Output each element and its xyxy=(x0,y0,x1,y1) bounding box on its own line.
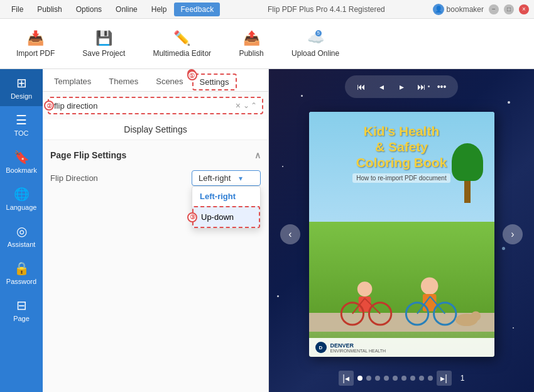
search-up-arrow[interactable]: ⌃ xyxy=(251,101,257,110)
toolbar: 📥 Import PDF 💾 Save Project ✏️ Multimedi… xyxy=(0,19,534,69)
user-name: bookmaker xyxy=(447,5,484,14)
minimize-button[interactable]: − xyxy=(489,4,499,14)
menu-options[interactable]: Options xyxy=(70,3,108,16)
sidebar-label-toc: TOC xyxy=(14,129,28,137)
flip-direction-row: Flip Direction Left-right ▾ Left-right ③… xyxy=(50,165,261,191)
dropdown-option-up-down[interactable]: ③ Up-down xyxy=(192,206,260,228)
save-project-button[interactable]: 💾 Save Project xyxy=(76,26,131,62)
tab-settings-wrap: ① Settings xyxy=(192,73,239,91)
sidebar-item-design[interactable]: ⊞ Design xyxy=(0,69,43,106)
page-flip-section-header[interactable]: Page Flip Settings ∧ xyxy=(50,145,261,165)
book-title-area: Kid's Health& SafetyColoring Book How to… xyxy=(352,123,450,183)
tab-settings[interactable]: Settings xyxy=(192,74,237,90)
book-title: Kid's Health& SafetyColoring Book xyxy=(352,123,450,171)
display-settings-title: Display Settings xyxy=(43,119,268,140)
main-layout: ⊞ Design ☰ TOC 🔖 Bookmark 🌐 Language ◎ A… xyxy=(0,69,534,392)
search-bar-wrapper: ② × ⌄ ⌃ xyxy=(48,97,263,114)
next-button[interactable]: ▸ xyxy=(393,78,410,95)
svg-point-13 xyxy=(471,311,481,321)
close-button[interactable]: × xyxy=(519,4,529,14)
menu-file[interactable]: File xyxy=(5,3,30,16)
illustration xyxy=(315,251,488,333)
import-pdf-button[interactable]: 📥 Import PDF xyxy=(10,26,61,62)
search-down-arrow[interactable]: ⌄ xyxy=(243,101,249,110)
flip-direction-select-wrap: Left-right ▾ Left-right ③ Up-down xyxy=(192,170,261,186)
fast-forward-button[interactable]: ⏭ xyxy=(413,78,430,95)
badge-1: ① xyxy=(187,70,197,80)
page-indicator: |◂ ▸| 1 xyxy=(339,371,465,386)
last-page-button[interactable]: ▸| xyxy=(437,371,452,386)
preview-controls: ⏮ ◂ ▸ ⏭ ••• xyxy=(345,75,458,98)
menu-online[interactable]: Online xyxy=(109,3,144,16)
rewind-button[interactable]: ⏮ xyxy=(352,78,370,95)
sidebar-item-language[interactable]: 🌐 Language xyxy=(0,180,43,217)
design-icon: ⊞ xyxy=(16,75,27,90)
bookmark-icon: 🔖 xyxy=(14,150,30,165)
book-footer: D DENVER ENVIRONMENTAL HEALTH xyxy=(309,338,494,357)
multimedia-editor-button[interactable]: ✏️ Multimedia Editor xyxy=(146,26,217,62)
book-page: Kid's Health& SafetyColoring Book How to… xyxy=(309,112,494,357)
sidebar-item-bookmark[interactable]: 🔖 Bookmark xyxy=(0,143,43,180)
tab-bar: Templates Themes Scenes ① ① Settings xyxy=(43,69,268,92)
page-number: 1 xyxy=(460,374,465,383)
maximize-button[interactable]: □ xyxy=(504,4,514,14)
sidebar-item-toc[interactable]: ☰ TOC xyxy=(0,106,43,143)
panel: Templates Themes Scenes ① ① Settings ② ×… xyxy=(43,69,269,392)
flip-direction-select[interactable]: Left-right ▾ xyxy=(192,170,261,186)
sidebar-label-design: Design xyxy=(11,92,32,100)
dropdown-option-left-right[interactable]: Left-right xyxy=(192,187,260,206)
denver-name: DENVER xyxy=(330,342,386,349)
nav-arrow-left[interactable]: ‹ xyxy=(280,224,300,244)
book-container: ‹ Kid's Health& SafetyCo xyxy=(275,98,528,371)
sidebar-icons: ⊞ Design ☰ TOC 🔖 Bookmark 🌐 Language ◎ A… xyxy=(0,69,43,392)
search-arrows: ⌄ ⌃ xyxy=(243,101,257,110)
upload-label: Upload Online xyxy=(292,49,339,58)
page-icon: ⊟ xyxy=(16,298,27,313)
tree-trunk xyxy=(464,181,471,203)
chevron-up-icon: ∧ xyxy=(254,150,261,160)
sidebar-label-bookmark: Bookmark xyxy=(6,166,37,174)
tab-templates[interactable]: Templates xyxy=(45,73,100,91)
password-icon: 🔒 xyxy=(14,261,30,276)
denver-subtitle: ENVIRONMENTAL HEALTH xyxy=(330,349,386,353)
publish-label: Publish xyxy=(239,49,263,58)
denver-icon-letter: D xyxy=(319,345,323,351)
prev-button[interactable]: ◂ xyxy=(373,78,390,95)
dot-7 xyxy=(410,376,415,381)
import-icon: 📥 xyxy=(27,30,44,46)
dot-5 xyxy=(393,376,398,381)
menu-feedback[interactable]: Feedback xyxy=(174,3,220,16)
more-button[interactable]: ••• xyxy=(433,78,450,95)
denver-text: DENVER ENVIRONMENTAL HEALTH xyxy=(330,342,386,353)
sidebar-item-assistant[interactable]: ◎ Assistant xyxy=(0,217,43,254)
chevron-down-icon: ▾ xyxy=(239,174,242,183)
menu-help[interactable]: Help xyxy=(145,3,173,16)
publish-icon: 📤 xyxy=(243,30,260,46)
flip-direction-dropdown: Left-right ③ Up-down xyxy=(192,186,261,229)
sidebar-item-page[interactable]: ⊟ Page xyxy=(0,291,43,329)
multimedia-label: Multimedia Editor xyxy=(153,49,211,58)
publish-button[interactable]: 📤 Publish xyxy=(232,26,270,62)
tab-themes[interactable]: Themes xyxy=(100,73,147,91)
tab-scenes[interactable]: Scenes ① xyxy=(147,73,192,91)
book-cover: Kid's Health& SafetyColoring Book How to… xyxy=(309,112,494,357)
toc-icon: ☰ xyxy=(16,112,27,128)
language-icon: 🌐 xyxy=(14,187,30,202)
search-bar: × ⌄ ⌃ xyxy=(48,97,263,114)
search-input[interactable] xyxy=(54,101,233,111)
nav-arrow-right[interactable]: › xyxy=(503,224,523,244)
upload-online-button[interactable]: ☁️ 5 Upload Online xyxy=(285,26,346,62)
sidebar-label-language: Language xyxy=(6,204,37,211)
badge-3: ③ xyxy=(187,212,197,222)
upload-badge: 5 xyxy=(315,30,322,36)
svg-point-0 xyxy=(357,281,372,297)
preview-area: ⏮ ◂ ▸ ⏭ ••• ‹ xyxy=(269,69,534,392)
first-page-button[interactable]: |◂ xyxy=(339,371,354,386)
sidebar-item-password[interactable]: 🔒 Password xyxy=(0,254,43,291)
tree xyxy=(452,143,483,203)
title-bar-left: File Publish Options Online Help Feedbac… xyxy=(5,3,220,16)
dot-1 xyxy=(357,376,362,381)
dot-2 xyxy=(366,376,371,381)
search-clear-button[interactable]: × xyxy=(236,101,241,111)
menu-publish[interactable]: Publish xyxy=(31,3,68,16)
